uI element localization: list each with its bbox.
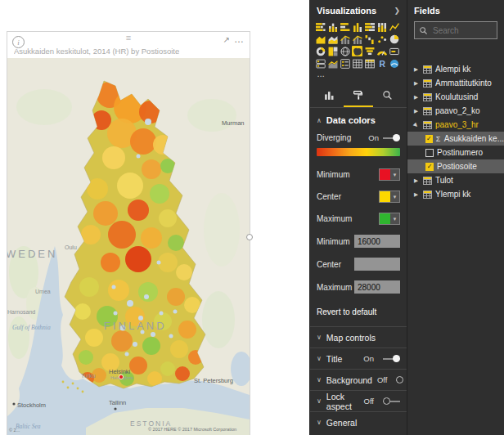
tab-fields[interactable] bbox=[315, 85, 344, 107]
lock-aspect-toggle[interactable] bbox=[383, 397, 400, 406]
revert-to-default-button[interactable]: Revert to default bbox=[310, 298, 407, 326]
viz-type-pie-icon[interactable] bbox=[389, 34, 399, 44]
resize-handle[interactable] bbox=[246, 234, 253, 240]
title-toggle[interactable] bbox=[383, 355, 400, 363]
map-label-st-petersburg: St. Petersburg bbox=[194, 377, 233, 384]
viz-type-arcgis-map-icon[interactable] bbox=[389, 58, 399, 69]
viz-type-r-script-icon[interactable]: R bbox=[376, 58, 387, 69]
viz-type-table-icon[interactable] bbox=[352, 58, 362, 69]
viz-type-waterfall-icon[interactable] bbox=[364, 34, 375, 44]
expand-triangle-icon[interactable]: ▶ bbox=[412, 80, 420, 87]
dropdown-arrow-icon: ▼ bbox=[390, 191, 399, 202]
fields-list: ▶Alempi kk▶Ammattitutkinto▶Koulutusind▶p… bbox=[407, 62, 504, 201]
focus-mode-icon[interactable]: ↗ bbox=[223, 35, 230, 44]
center-color-picker[interactable]: ▼ bbox=[379, 191, 400, 203]
tab-format[interactable] bbox=[344, 85, 372, 107]
minimum-value-input[interactable] bbox=[354, 235, 400, 248]
viz-type-col-100-icon[interactable] bbox=[376, 21, 387, 32]
viz-type-filled-map-icon[interactable] bbox=[352, 46, 362, 56]
viz-type-card-icon[interactable] bbox=[389, 46, 399, 56]
table-icon bbox=[423, 107, 432, 115]
viz-type-scatter-icon[interactable] bbox=[376, 34, 387, 44]
field-table-paavo-2-ko[interactable]: ▶paavo_2_ko bbox=[407, 104, 504, 118]
table-icon bbox=[423, 121, 432, 129]
field-table-paavo-3-hr[interactable]: ▶paavo_3_hr bbox=[407, 118, 504, 132]
format-section-title[interactable]: ∨TitleOn bbox=[310, 348, 407, 369]
viz-type-combo-line-stacked-icon[interactable] bbox=[352, 34, 362, 44]
viz-type-line-icon[interactable] bbox=[389, 21, 399, 32]
viz-type-map-icon[interactable] bbox=[340, 46, 350, 56]
field-asukkaiden-ke[interactable]: ✓ΣAsukkaiden ke... bbox=[407, 132, 504, 146]
map-visual-card[interactable]: i ≡ ↗ … Asukkaiden keskitulot, 2014 (HR)… bbox=[7, 31, 250, 435]
maximum-color-picker[interactable]: ▼ bbox=[379, 213, 400, 225]
viz-type-funnel-icon[interactable] bbox=[364, 46, 375, 56]
field-checkbox[interactable] bbox=[425, 149, 434, 157]
viz-type-ellipsis-icon[interactable]: ⋯ bbox=[315, 70, 326, 81]
center-value-input[interactable] bbox=[354, 258, 400, 271]
tab-analytics[interactable] bbox=[373, 85, 402, 107]
pane-tabs bbox=[310, 85, 407, 108]
format-section-general[interactable]: ∨General bbox=[310, 411, 407, 433]
expand-triangle-icon[interactable]: ▶ bbox=[412, 177, 420, 184]
viz-type-combo-line-col-icon[interactable] bbox=[340, 34, 350, 44]
field-checkbox[interactable]: ✓ bbox=[425, 135, 433, 143]
collapse-triangle-icon[interactable]: ▶ bbox=[411, 119, 421, 129]
expand-triangle-icon[interactable]: ▶ bbox=[412, 66, 420, 73]
viz-type-slicer-icon[interactable] bbox=[340, 58, 350, 69]
field-table-koulutusind[interactable]: ▶Koulutusind bbox=[407, 90, 504, 104]
section-data-colors[interactable]: ∧ Data colors bbox=[310, 108, 407, 130]
map-label-stockholm: Stockholm bbox=[17, 401, 46, 409]
city-dot bbox=[114, 407, 116, 410]
viz-type-treemap-icon[interactable] bbox=[327, 46, 338, 56]
viz-type-bar-100-icon[interactable] bbox=[364, 21, 375, 32]
maximum-color-row: Maximum ▼ bbox=[310, 208, 407, 230]
field-postinumero[interactable]: Postinumero bbox=[407, 146, 504, 159]
search-input[interactable] bbox=[431, 25, 493, 36]
map-label-2: © 2... bbox=[9, 428, 20, 433]
maximum-value-input[interactable] bbox=[354, 280, 400, 294]
report-canvas[interactable]: i ≡ ↗ … Asukkaiden keskitulot, 2014 (HR)… bbox=[0, 0, 309, 435]
visualizations-pane-title: Visualizations bbox=[317, 6, 376, 16]
finland-choropleth-map[interactable]: MurmanWEDENUmeaHarnosandGulf of BothniaO… bbox=[7, 58, 250, 435]
viz-type-kpi-icon[interactable] bbox=[327, 58, 338, 69]
field-checkbox[interactable]: ✓ bbox=[425, 163, 434, 171]
viz-type-gauge-icon[interactable] bbox=[376, 46, 387, 56]
viz-type-donut-icon[interactable] bbox=[315, 46, 326, 56]
minimum-color-swatch bbox=[380, 169, 390, 180]
more-options-icon[interactable]: … bbox=[234, 34, 244, 45]
field-table-ylempi-kk[interactable]: ▶Ylempi kk bbox=[407, 187, 504, 201]
field-table-ammattitutkinto[interactable]: ▶Ammattitutkinto bbox=[407, 76, 504, 90]
field-table-alempi-kk[interactable]: ▶Alempi kk bbox=[407, 62, 504, 76]
expand-triangle-icon[interactable]: ▶ bbox=[412, 191, 420, 198]
viz-type-matrix-icon[interactable] bbox=[364, 58, 375, 69]
format-section-lock-aspect[interactable]: ∨Lock aspectOff bbox=[310, 390, 407, 411]
drag-grip-icon[interactable]: ≡ bbox=[126, 33, 131, 43]
diverging-toggle[interactable] bbox=[383, 134, 400, 142]
viz-type-bar-stacked-icon[interactable] bbox=[315, 21, 326, 32]
collapse-visualizations-pane-icon[interactable]: ❯ bbox=[394, 7, 400, 15]
format-section-map-controls[interactable]: ∨Map controls bbox=[310, 326, 407, 348]
diverging-row: Diverging On bbox=[310, 130, 407, 146]
visualizations-pane-header: Visualizations ❯ bbox=[310, 0, 407, 19]
maximum-color-swatch bbox=[380, 213, 390, 224]
map-label-gulf-of-bothnia: Gulf of Bothnia bbox=[12, 324, 51, 331]
field-table-tulot[interactable]: ▶Tulot bbox=[407, 173, 504, 187]
center-color-row: Center ▼ bbox=[310, 186, 407, 208]
format-section-background[interactable]: ∨BackgroundOff bbox=[310, 369, 407, 390]
background-toggle[interactable] bbox=[396, 376, 400, 384]
viz-type-area-icon[interactable] bbox=[315, 34, 326, 44]
diverging-gradient-bar[interactable] bbox=[317, 148, 400, 156]
viz-type-area-stacked-icon[interactable] bbox=[327, 34, 338, 44]
table-icon bbox=[423, 79, 432, 87]
format-sections: ∨Map controls∨TitleOn∨BackgroundOff∨Lock… bbox=[310, 326, 407, 433]
viz-type-multi-row-card-icon[interactable] bbox=[315, 58, 326, 69]
field-postiosoite[interactable]: ✓Postiosoite bbox=[407, 159, 504, 173]
diverging-label: Diverging bbox=[317, 133, 351, 142]
expand-triangle-icon[interactable]: ▶ bbox=[412, 108, 420, 114]
viz-type-bar-clustered-icon[interactable] bbox=[340, 21, 350, 32]
expand-triangle-icon[interactable]: ▶ bbox=[412, 94, 420, 101]
minimum-color-picker[interactable]: ▼ bbox=[379, 168, 400, 181]
viz-type-col-clustered-icon[interactable] bbox=[352, 21, 362, 32]
fields-search-box[interactable] bbox=[414, 21, 497, 39]
viz-type-col-stacked-icon[interactable] bbox=[327, 21, 338, 32]
